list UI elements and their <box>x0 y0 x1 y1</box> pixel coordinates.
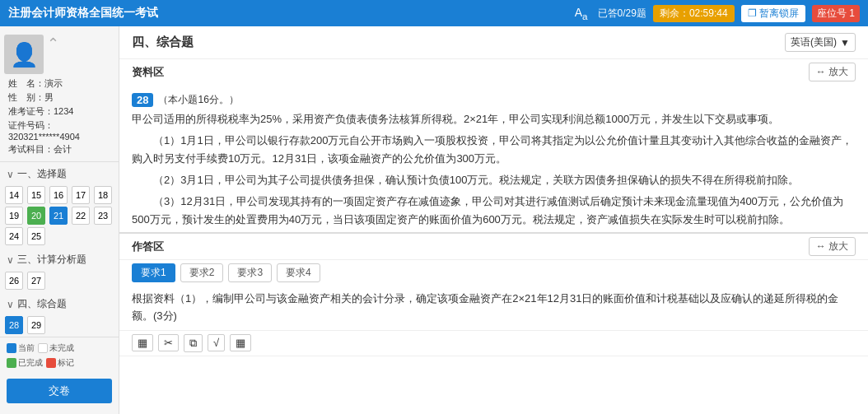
avatar-expand-btn[interactable]: ⌃ <box>47 35 59 53</box>
material-line-4: （3）12月31日，甲公司发现其持有的一项固定资产存在减值迹象，甲公司对其进行减… <box>132 193 856 229</box>
exam-title: 注册会计师资格全国统一考试 <box>8 6 158 21</box>
topbar: 注册会计师资格全国统一考试 Aa 已答0/29题 剩余：02:59:44 ❐ 暂… <box>0 0 868 26</box>
q-btn-16[interactable]: 16 <box>49 186 68 204</box>
q-btn-15[interactable]: 15 <box>27 186 45 204</box>
copy-btn[interactable]: ⧉ <box>184 334 203 352</box>
section3-grid: 28 29 <box>0 314 119 337</box>
q-btn-24[interactable]: 24 <box>5 227 23 245</box>
q-btn-27[interactable]: 27 <box>27 272 45 290</box>
material-area: 28 （本小题16分。） 甲公司适用的所得税税率为25%，采用资产负债表债务法核… <box>119 86 868 233</box>
avatar-icon: 👤 <box>10 41 39 68</box>
lang-text: 英语(美国) <box>791 35 837 49</box>
requirement-text: 根据资料（1），编制甲公司与该金融资产相关的会计分录，确定该项金融资产在2×21… <box>119 286 868 331</box>
answer-area: 作答区 ↔ 放大 要求1 要求2 要求3 要求4 根据资料（1），编制甲公司与该… <box>119 233 868 414</box>
section1-toggle[interactable]: ∨ 一、选择题 <box>0 162 119 184</box>
table-insert-btn[interactable]: ▦ <box>132 334 153 351</box>
scissors-btn[interactable]: ✂ <box>158 334 179 351</box>
legend-dot-done <box>7 358 16 368</box>
sqrt-btn[interactable]: √ <box>208 334 225 351</box>
section3-label: 四、综合题 <box>17 297 67 311</box>
q-btn-29[interactable]: 29 <box>27 316 45 334</box>
gender-label: 性 别： <box>8 92 44 102</box>
question-score: （本小题16分。） <box>158 93 238 107</box>
material-line-3: （2）3月1日，甲公司为其子公司提供债务担保，确认预计负债100万元。税法规定，… <box>132 171 856 189</box>
subject-value: 会计 <box>54 144 72 154</box>
q-btn-18[interactable]: 18 <box>94 186 112 204</box>
legend-current: 当前 <box>7 342 35 354</box>
subject-label: 考试科目： <box>8 144 54 154</box>
section1-label: 一、选择题 <box>17 167 67 181</box>
tab-req3[interactable]: 要求3 <box>228 263 272 282</box>
profile-info: 姓 名：演示 性 别：男 准考证号：1234 证件号码：320321******… <box>4 77 114 157</box>
q-btn-21[interactable]: 21 <box>49 207 68 225</box>
tab-req4[interactable]: 要求4 <box>277 263 320 282</box>
answer-area-label: 作答区 <box>132 240 164 254</box>
material-zoom-button[interactable]: ↔ 放大 <box>809 63 856 81</box>
q-btn-22[interactable]: 22 <box>72 207 90 225</box>
section-title: 四、综合题 <box>132 35 194 50</box>
table-icon: ▦ <box>138 337 147 349</box>
profile-section: 👤 ⌃ 姓 名：演示 性 别：男 准考证号：1234 证件号码：320321**… <box>0 26 119 162</box>
copy-icon: ⧉ <box>189 337 197 349</box>
section3-toggle[interactable]: ∨ 四、综合题 <box>0 292 119 314</box>
name-value: 演示 <box>44 78 63 88</box>
main-layout: 👤 ⌃ 姓 名：演示 性 别：男 准考证号：1234 证件号码：320321**… <box>0 26 868 414</box>
sidebar: 👤 ⌃ 姓 名：演示 性 别：男 准考证号：1234 证件号码：320321**… <box>0 26 119 414</box>
scissors-icon: ✂ <box>164 337 173 349</box>
answer-area-header: 作答区 ↔ 放大 <box>119 234 868 260</box>
progress-text: 已答0/29题 <box>598 7 646 21</box>
legend-incomplete-label: 未完成 <box>49 342 74 354</box>
answer-tabs: 要求1 要求2 要求3 要求4 <box>132 263 856 282</box>
sidebar-legend: 当前 未完成 已完成 标记 <box>0 337 119 374</box>
id-label: 准考证号： <box>8 106 54 116</box>
language-selector[interactable]: 英语(美国) ▼ <box>785 33 856 52</box>
seat-number: 座位号 1 <box>812 5 860 22</box>
tab-req2[interactable]: 要求2 <box>180 263 224 282</box>
material-line-2: （1）1月1日，甲公司以银行存款200万元自公开市场购入一项股权投资，甲公司将其… <box>132 132 856 168</box>
section3-arrow: ∨ <box>7 299 14 310</box>
answer-zoom-button[interactable]: ↔ 放大 <box>809 237 856 256</box>
legend-incomplete: 未完成 <box>38 342 74 354</box>
material-line-1: 甲公司适用的所得税税率为25%，采用资产负债表债务法核算所得税。2×21年，甲公… <box>132 110 856 128</box>
q-btn-17[interactable]: 17 <box>72 186 90 204</box>
tab-req1[interactable]: 要求1 <box>132 263 175 282</box>
timer-display: 剩余：02:59:44 <box>653 5 735 22</box>
gender-value: 男 <box>44 92 54 102</box>
section2-toggle[interactable]: ∨ 三、计算分析题 <box>0 248 119 269</box>
cert-value: 320321******4904 <box>8 132 80 142</box>
section1-grid: 14 15 16 17 18 19 20 21 22 23 24 25 <box>0 184 119 248</box>
content-area: 四、综合题 英语(美国) ▼ 资料区 ↔ 放大 28 （本小题16分。） 甲公司… <box>119 26 868 414</box>
cert-label: 证件号码： <box>8 120 54 130</box>
legend-done: 已完成 <box>7 357 43 369</box>
q-btn-26[interactable]: 26 <box>5 272 23 290</box>
legend-dot-marked <box>46 358 56 368</box>
q-btn-14[interactable]: 14 <box>5 186 23 204</box>
fullscreen-button[interactable]: ❐ 暂离锁屏 <box>741 5 805 22</box>
section2-label: 三、计算分析题 <box>17 253 86 267</box>
legend-current-label: 当前 <box>18 342 35 354</box>
q-btn-23[interactable]: 23 <box>94 207 112 225</box>
avatar: 👤 <box>4 35 44 74</box>
font-size-icon: Aa <box>575 6 588 21</box>
q-btn-20[interactable]: 20 <box>27 207 45 225</box>
q-btn-25[interactable]: 25 <box>27 227 45 245</box>
q-btn-19[interactable]: 19 <box>5 207 23 225</box>
legend-marked-label: 标记 <box>58 357 74 369</box>
legend-marked: 标记 <box>46 357 74 369</box>
section1-arrow: ∨ <box>7 169 14 180</box>
grid-icon: ▦ <box>236 337 245 349</box>
question-header: 四、综合题 英语(美国) ▼ <box>119 26 868 59</box>
grid-btn[interactable]: ▦ <box>230 334 251 351</box>
legend-dot-current <box>7 343 16 353</box>
name-label: 姓 名： <box>8 78 44 88</box>
submit-button[interactable]: 交卷 <box>7 379 112 403</box>
id-value: 1234 <box>54 106 73 116</box>
editor-content[interactable] <box>119 356 868 414</box>
editor-toolbar: ▦ ✂ ⧉ √ ▦ <box>119 331 868 356</box>
q-btn-28[interactable]: 28 <box>5 316 23 334</box>
material-area-label: 资料区 <box>132 65 164 80</box>
material-text: 甲公司适用的所得税税率为25%，采用资产负债表债务法核算所得税。2×21年，甲公… <box>132 110 856 233</box>
legend-done-label: 已完成 <box>18 357 43 369</box>
section2-grid: 26 27 <box>0 269 119 292</box>
answer-tabs-container: 要求1 要求2 要求3 要求4 <box>119 260 868 286</box>
